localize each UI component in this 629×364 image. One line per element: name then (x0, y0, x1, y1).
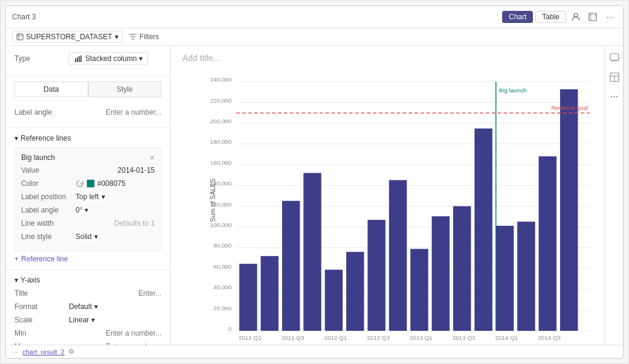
svg-text:160,000: 160,000 (210, 159, 232, 166)
main-content: Type Stacked column ▾ (6, 46, 623, 345)
filters-button[interactable]: Filters (129, 33, 160, 41)
y-axis-section: ▾ Y-axis Title Format Default ▾ (6, 270, 170, 345)
value-value: 2014-01-15 (76, 166, 155, 174)
tab-table-btn[interactable]: Table (535, 11, 566, 23)
format-select[interactable]: Default ▾ (69, 302, 98, 311)
line-width-value: Defaults to 1 (76, 219, 155, 228)
label-position-chevron: ▾ (102, 193, 105, 201)
chart-title[interactable]: Add title... (170, 46, 605, 63)
svg-text:60,000: 60,000 (213, 263, 232, 270)
type-chevron: ▾ (139, 54, 143, 63)
label-angle-section: Label angle (6, 102, 170, 128)
result-name[interactable]: chart_result_2 (22, 348, 65, 356)
y-axis-group: 0 20,000 40,000 60,000 80,000 100,000 12… (209, 76, 232, 332)
bar-2013q1 (410, 249, 428, 331)
line-style-chevron: ▾ (94, 232, 98, 241)
scale-select[interactable]: Linear ▾ (69, 316, 95, 324)
min-input[interactable] (69, 329, 161, 337)
add-ref-line-btn[interactable]: + Reference line (15, 255, 161, 263)
scale-chevron: ▾ (91, 316, 95, 324)
label-position-row: Label position Top left ▾ (21, 193, 155, 201)
bar-2012q3 (367, 220, 385, 331)
filters-icon (129, 33, 137, 40)
label-angle2-select[interactable]: 0° ▾ (76, 206, 88, 214)
chart-area: Add title... 0 20,000 40,000 60,000 80,0… (170, 46, 605, 345)
bottom-bar: → chart_result_2 ⚙ (6, 345, 623, 358)
type-select[interactable]: Stacked column ▾ (69, 52, 148, 65)
bar-2012q4 (389, 180, 407, 331)
scale-value: Linear (69, 316, 89, 324)
window-title: Chart 3 (12, 13, 36, 21)
label-angle2-value: 0° (76, 206, 82, 214)
svg-text:2011 Q3: 2011 Q3 (282, 334, 305, 341)
table-icon (16, 33, 24, 40)
window-controls-right: Chart Table ··· (502, 10, 617, 24)
type-label: Type (15, 54, 69, 63)
color-label: Color (21, 179, 76, 188)
scale-row: Scale Linear ▾ (15, 316, 161, 324)
person-icon-btn[interactable] (569, 10, 583, 24)
settings-icon[interactable]: ⚙ (68, 348, 74, 356)
bar-2013q2 (432, 216, 450, 331)
app-container: Chart 3 Chart Table ··· (0, 0, 629, 364)
left-panel: Type Stacked column ▾ (6, 46, 170, 345)
svg-rect-11 (80, 56, 82, 62)
line-style-row: Line style Solid ▾ (21, 232, 155, 241)
more-options-btn[interactable]: ··· (602, 10, 617, 24)
svg-text:2014 Q1: 2014 Q1 (495, 334, 518, 341)
reset-icon (76, 179, 84, 188)
label-position-select[interactable]: Top left ▾ (76, 193, 105, 201)
comment-icon-btn[interactable] (607, 51, 622, 65)
bar-2011q1 (239, 264, 257, 331)
svg-rect-2 (17, 34, 23, 40)
add-ref-line-label: Reference line (21, 255, 68, 263)
svg-text:Sum of SALES: Sum of SALES (209, 179, 216, 222)
y-title-label: Title (15, 289, 69, 298)
svg-text:2012 Q1: 2012 Q1 (324, 334, 347, 341)
bar-2014q1 (496, 226, 514, 331)
more-icon-btn[interactable]: ··· (607, 89, 622, 104)
bar-2014q3 (539, 156, 556, 331)
tab-chart-btn[interactable]: Chart (502, 11, 533, 23)
svg-text:220,000: 220,000 (210, 97, 232, 104)
tab-data[interactable]: Data (15, 81, 88, 97)
ref-lines-header[interactable]: ▾ Reference lines (15, 134, 161, 142)
min-label: Min (15, 329, 69, 337)
value-row: Value 2014-01-15 (21, 166, 155, 174)
label-angle-row: Label angle (15, 108, 161, 117)
bar-2011q4 (303, 173, 321, 331)
arrow-icon: → (12, 348, 19, 356)
y-title-input[interactable] (69, 289, 161, 298)
svg-point-0 (574, 13, 578, 17)
expand-icon-btn[interactable] (585, 10, 600, 24)
big-launch-label: Big launch (499, 87, 527, 94)
chart-window: Chart 3 Chart Table ··· (5, 5, 624, 359)
dataset-selector[interactable]: SUPERSTORE_DATASET ▾ (12, 31, 123, 43)
svg-text:2013 Q3: 2013 Q3 (453, 334, 476, 341)
bar-2014q2 (517, 222, 535, 331)
y-axis-label: Y-axis (21, 276, 40, 284)
layout-icon-btn[interactable] (607, 70, 622, 85)
label-angle-label: Label angle (15, 108, 69, 117)
ref-line-close[interactable]: × (150, 153, 155, 162)
bar-2012q1 (325, 270, 343, 331)
color-swatch (86, 179, 95, 188)
color-hex: #008075 (97, 179, 126, 188)
bar-2012q2 (346, 252, 364, 331)
dataset-chevron: ▾ (115, 33, 118, 41)
svg-text:2011 Q1: 2011 Q1 (239, 334, 262, 341)
label-angle2-row: Label angle 0° ▾ (21, 206, 155, 214)
bar-2011q3 (282, 201, 300, 331)
ref-lines-label: Reference lines (21, 134, 71, 142)
color-value-container[interactable]: #008075 (76, 179, 126, 188)
label-angle-input[interactable] (69, 108, 161, 117)
tab-style[interactable]: Style (88, 81, 162, 97)
y-axis-header[interactable]: ▾ Y-axis (15, 276, 161, 284)
window-title-bar: Chart 3 Chart Table ··· (6, 6, 623, 28)
svg-text:2014 Q3: 2014 Q3 (538, 334, 561, 341)
type-row: Type Stacked column ▾ (15, 52, 161, 65)
line-style-select[interactable]: Solid ▾ (76, 232, 98, 241)
chart-canvas: 0 20,000 40,000 60,000 80,000 100,000 12… (170, 63, 605, 345)
bar-2011q2 (260, 256, 278, 331)
y-axis-chevron: ▾ (15, 276, 18, 284)
